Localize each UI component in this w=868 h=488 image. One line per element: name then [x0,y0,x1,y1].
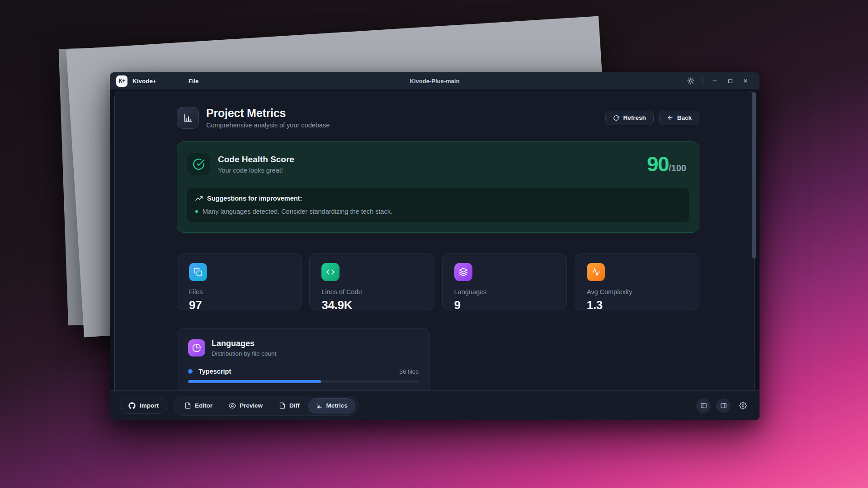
view-tab-group: Editor Preview Diff [174,396,359,416]
window-title: Kivode-Plus-main [410,78,460,84]
gear-icon [739,402,747,409]
titlebar-controls-divider [702,78,703,84]
theme-toggle-button[interactable] [684,75,698,87]
stats-row: Files 97 Lines of Code 34.9K [177,253,699,310]
arrow-left-icon [667,114,674,121]
close-icon [742,78,749,84]
health-title: Code Health Score [218,155,294,164]
refresh-label: Refresh [623,114,646,121]
layers-icon [454,263,472,281]
minimize-button[interactable] [707,75,722,87]
title-bar: K+ Kivode+ File Kivode-Plus-main [110,72,760,89]
health-score-value: 90 [647,152,669,176]
language-row-typescript: Typescript 56 files [188,368,419,383]
stat-value: 9 [454,298,555,312]
maximize-icon [727,78,733,84]
github-icon [128,402,136,409]
stat-label: Files [189,288,289,296]
health-score: 90 /100 [647,152,689,176]
language-dot [188,369,193,374]
suggestion-item: Many languages detected. Consider standa… [195,208,681,215]
code-icon [321,263,340,281]
refresh-button[interactable]: Refresh [605,111,653,125]
minimize-icon [712,78,718,84]
languages-title: Languages [212,339,276,348]
code-health-card: Code Health Score Your code looks great!… [177,141,699,233]
metrics-header-icon-box [177,107,199,129]
check-circle-icon [193,158,205,170]
suggestions-title: Suggestions for improvement: [207,195,302,202]
toggle-right-panel-button[interactable] [716,399,731,413]
refresh-icon [613,115,619,121]
panel-left-icon [700,402,707,409]
health-icon-box [187,153,210,175]
scrollbar-thumb[interactable] [752,92,756,258]
bullet-dot [195,210,198,213]
panel-right-icon [720,402,727,409]
files-icon [189,263,207,281]
titlebar-divider [172,78,172,84]
file-diff-icon [279,402,286,409]
stat-value: 1.3 [587,298,687,312]
maximize-button[interactable] [722,75,738,87]
tab-editor[interactable]: Editor [177,398,220,413]
languages-card: Languages Distribution by file count Typ… [177,328,430,390]
pie-chart-icon [188,339,205,357]
stat-card-languages: Languages 9 [442,253,567,310]
stat-label: Avg Complexity [587,288,687,296]
import-button[interactable]: Import [120,398,167,414]
language-progress-track [188,380,419,383]
menu-file[interactable]: File [189,78,198,84]
app-logo: K+ [116,75,127,87]
stat-value: 97 [189,298,289,312]
back-label: Back [677,114,692,121]
app-window: K+ Kivode+ File Kivode-Plus-main [110,72,760,420]
trending-up-icon [195,195,203,202]
stat-value: 34.9K [321,298,422,312]
close-button[interactable] [738,75,753,87]
stat-label: Languages [454,288,555,296]
file-icon [184,402,191,409]
settings-button[interactable] [736,399,750,413]
page-subtitle: Comprehensive analysis of your codebase [206,122,330,129]
sun-icon [687,77,694,84]
tab-label: Metrics [326,402,348,409]
metrics-panel: Project Metrics Comprehensive analysis o… [114,91,755,390]
suggestions-box: Suggestions for improvement: Many langua… [187,188,689,222]
languages-subtitle: Distribution by file count [212,350,276,357]
tab-preview[interactable]: Preview [221,398,270,413]
bottom-toolbar: Import Editor Preview [110,390,760,420]
language-name: Typescript [198,368,231,375]
tab-label: Preview [240,402,263,409]
back-button[interactable]: Back [659,111,699,125]
bar-chart-icon [183,113,193,123]
activity-icon [587,263,605,281]
suggestion-text: Many languages detected. Consider standa… [203,208,392,215]
page-header: Project Metrics Comprehensive analysis o… [177,107,699,129]
content-area: Project Metrics Comprehensive analysis o… [110,89,760,390]
import-label: Import [140,402,159,409]
language-progress-fill [188,380,321,383]
tab-metrics[interactable]: Metrics [308,398,355,413]
eye-icon [229,402,236,409]
page-title: Project Metrics [206,107,330,120]
health-subtitle: Your code looks great! [218,167,294,174]
toggle-left-panel-button[interactable] [696,399,711,413]
tab-label: Editor [195,402,212,409]
stat-card-files: Files 97 [177,253,302,310]
stat-label: Lines of Code [321,288,422,296]
tab-diff[interactable]: Diff [271,398,307,413]
stat-card-lines-of-code: Lines of Code 34.9K [309,253,434,310]
app-name: Kivode+ [132,78,156,84]
desktop-background: K+ Kivode+ File Kivode-Plus-main [0,0,868,488]
bar-chart-icon [316,402,323,409]
tab-label: Diff [289,402,300,409]
stat-card-avg-complexity: Avg Complexity 1.3 [575,253,699,310]
health-score-denominator: /100 [669,163,686,174]
language-file-count: 56 files [399,368,419,375]
